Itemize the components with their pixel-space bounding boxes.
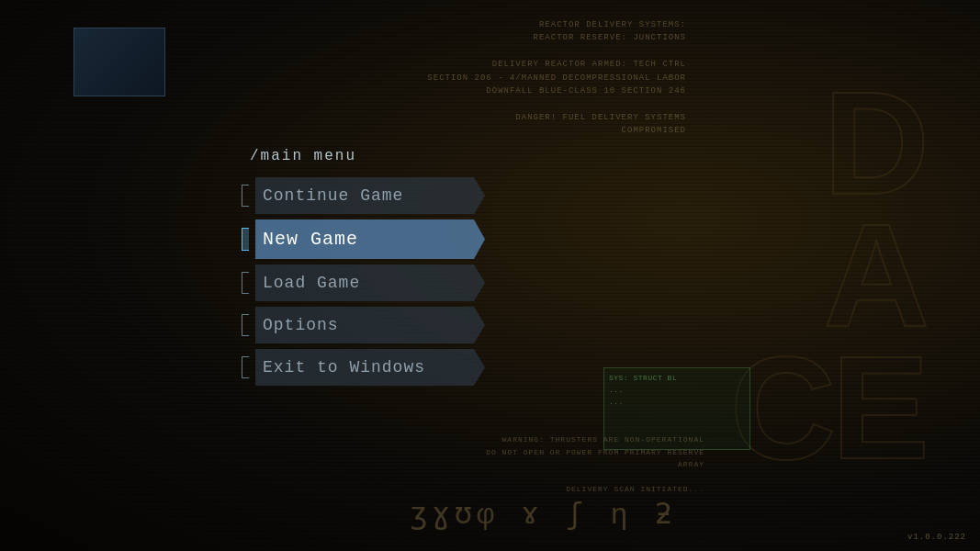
exit-windows-item[interactable]: Exit to Windows — [239, 349, 505, 386]
hud-status-box: SYS: STRUCT BL ... ... — [603, 367, 750, 450]
menu-bracket-load — [239, 264, 252, 301]
menu-bracket-new — [239, 219, 252, 259]
new-game-label: New Game — [255, 219, 485, 259]
options-item[interactable]: Options — [239, 307, 505, 343]
menu-title: /main menu — [239, 142, 505, 170]
continue-game-item[interactable]: Continue Game — [239, 177, 505, 214]
load-game-item[interactable]: Load Game — [239, 264, 505, 301]
hud-box-text: SYS: STRUCT BL ... ... — [604, 368, 749, 412]
options-label: Options — [255, 307, 485, 343]
menu-bracket-exit — [239, 349, 252, 386]
version-text: v1.0.0.222 — [907, 533, 966, 542]
exit-windows-label: Exit to Windows — [255, 349, 485, 386]
menu-bracket-continue — [239, 177, 252, 214]
continue-game-label: Continue Game — [255, 177, 485, 214]
new-game-item[interactable]: New Game — [239, 219, 505, 259]
load-game-label: Load Game — [255, 264, 485, 301]
main-menu: /main menu Continue Game New Game Load G… — [239, 142, 505, 391]
menu-bracket-options — [239, 307, 252, 343]
thumbnail-panel — [73, 28, 165, 96]
